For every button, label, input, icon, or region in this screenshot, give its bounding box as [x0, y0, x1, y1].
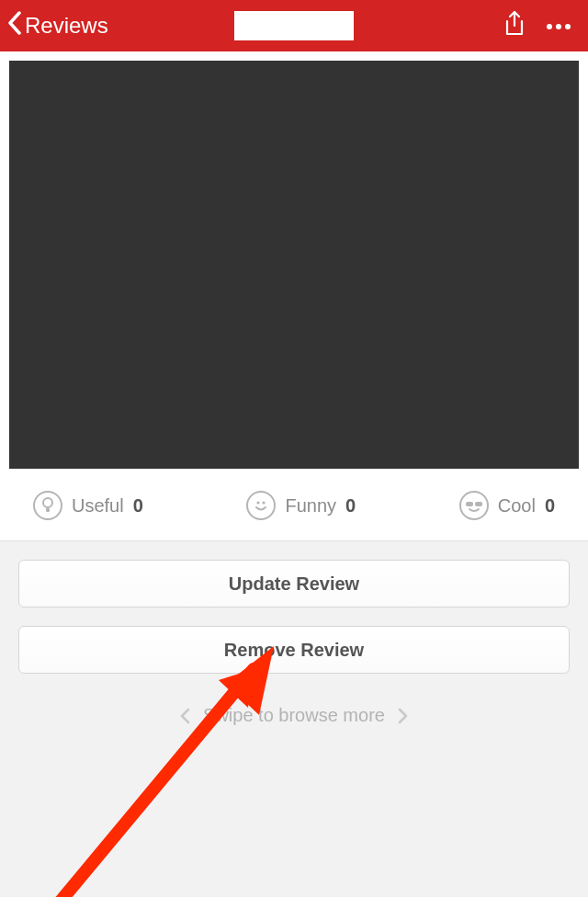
svg-rect-7 [466, 502, 473, 506]
review-media[interactable] [9, 61, 579, 469]
update-review-button[interactable]: Update Review [18, 560, 570, 607]
lightbulb-icon [33, 491, 62, 520]
svg-rect-8 [475, 502, 482, 506]
svg-point-6 [263, 501, 266, 504]
content-area [0, 51, 588, 469]
back-button[interactable]: Reviews [7, 11, 108, 40]
useful-count: 0 [133, 495, 143, 517]
svg-point-3 [43, 498, 52, 507]
useful-reaction[interactable]: Useful 0 [33, 491, 143, 520]
chevron-left-icon [180, 708, 190, 724]
svg-rect-4 [46, 508, 50, 512]
chevron-left-icon [7, 11, 21, 40]
swipe-hint[interactable]: Swipe to browse more [18, 705, 570, 726]
share-icon[interactable] [503, 10, 526, 41]
reactions-row: Useful 0 Funny 0 Cool 0 [0, 469, 588, 540]
svg-point-0 [547, 24, 552, 29]
swipe-hint-label: Swipe to browse more [203, 705, 385, 726]
remove-review-button[interactable]: Remove Review [18, 626, 570, 674]
cool-label: Cool [498, 495, 536, 517]
more-icon[interactable] [546, 17, 571, 34]
svg-point-2 [565, 24, 571, 29]
chevron-right-icon [398, 708, 408, 724]
cool-count: 0 [545, 495, 555, 517]
funny-count: 0 [345, 495, 356, 517]
useful-label: Useful [72, 495, 124, 517]
actions-area: Update Review Remove Review Swipe to bro… [0, 540, 588, 726]
header-bar: Reviews [0, 0, 588, 51]
funny-label: Funny [285, 495, 336, 517]
title-area [234, 11, 354, 40]
cool-reaction[interactable]: Cool 0 [459, 491, 555, 520]
back-label: Reviews [25, 13, 108, 39]
header-actions [503, 10, 581, 41]
smile-icon [246, 491, 276, 520]
sunglasses-icon [459, 491, 489, 520]
svg-point-1 [556, 24, 561, 29]
svg-point-5 [257, 501, 260, 504]
funny-reaction[interactable]: Funny 0 [246, 491, 356, 520]
